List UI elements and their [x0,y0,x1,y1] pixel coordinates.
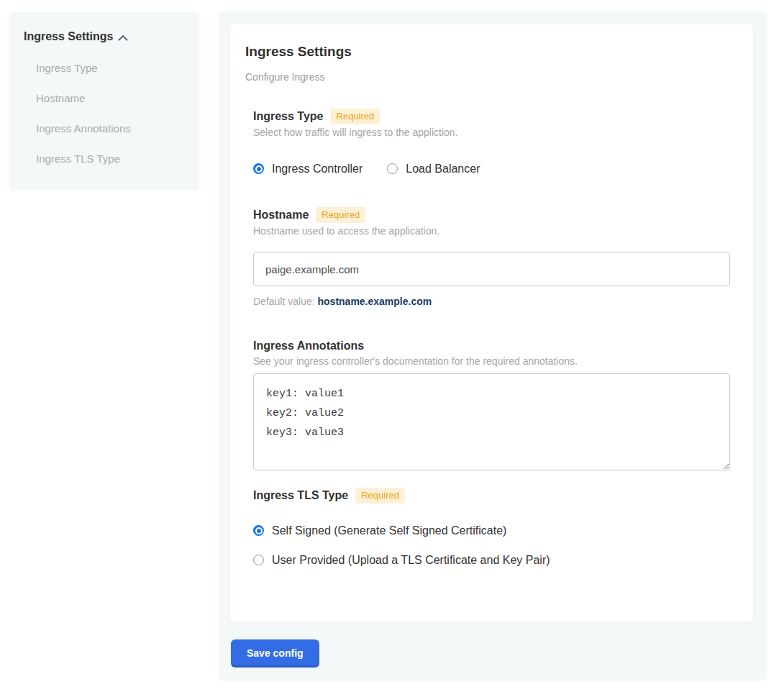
default-value-text: hostname.example.com [318,296,432,307]
radio-unselected-icon[interactable] [387,163,398,174]
field-label: Ingress Type [253,109,324,124]
default-value-line: Default value: hostname.example.com [253,296,730,307]
field-help-text: Select how traffic will ingress to the a… [253,126,730,139]
field-label: Ingress Annotations [253,339,364,353]
field-hostname: Hostname Required Hostname used to acces… [253,207,730,307]
sidebar-nav: Ingress Type Hostname Ingress Annotation… [36,62,185,165]
radio-option-self-signed[interactable]: Self Signed (Generate Self Signed Certif… [253,524,730,537]
field-label: Ingress TLS Type [253,488,348,503]
sidebar-item-hostname[interactable]: Hostname [36,92,185,105]
field-ingress-tls-type: Ingress TLS Type Required Self Signed (G… [253,488,730,567]
save-config-button[interactable]: Save config [231,639,319,668]
radio-selected-icon[interactable] [253,163,264,174]
field-ingress-annotations: Ingress Annotations See your ingress con… [253,339,730,470]
radio-option-ingress-controller[interactable]: Ingress Controller [253,162,363,176]
field-help-text: Hostname used to access the application. [253,224,730,237]
sidebar-item-ingress-type[interactable]: Ingress Type [36,62,185,75]
radio-unselected-icon[interactable] [253,555,264,565]
sidebar-item-ingress-tls-type[interactable]: Ingress TLS Type [36,152,185,165]
ingress-annotations-textarea[interactable] [253,373,730,470]
radio-option-user-provided[interactable]: User Provided (Upload a TLS Certificate … [253,553,730,567]
page-subtitle: Configure Ingress [245,71,738,83]
page-title: Ingress Settings [245,44,738,60]
radio-option-label: Self Signed (Generate Self Signed Certif… [272,524,506,537]
ingress-type-radio-group: Ingress Controller Load Balancer [253,162,730,176]
required-badge: Required [331,109,380,124]
radio-option-label: Ingress Controller [272,162,363,176]
field-ingress-type: Ingress Type Required Select how traffic… [253,109,730,176]
radio-option-label: Load Balancer [406,162,480,176]
required-badge: Required [355,488,405,504]
config-nav-sidebar: Ingress Settings Ingress Type Hostname I… [9,12,199,191]
radio-option-load-balancer[interactable]: Load Balancer [387,162,480,176]
sidebar-item-ingress-annotations[interactable]: Ingress Annotations [36,122,185,135]
sidebar-group-title: Ingress Settings [24,30,113,43]
required-badge: Required [316,207,365,223]
field-help-text: See your ingress controller's documentat… [253,355,730,368]
radio-selected-icon[interactable] [253,525,264,536]
config-panel: Ingress Settings Configure Ingress Ingre… [218,12,767,681]
fields-container: Ingress Type Required Select how traffic… [253,109,730,567]
chevron-up-icon[interactable] [118,31,128,44]
sidebar-group-ingress-settings[interactable]: Ingress Settings [24,29,185,44]
default-value-prefix: Default value: [253,296,318,307]
ingress-settings-card: Ingress Settings Configure Ingress Ingre… [230,24,753,622]
hostname-input[interactable] [253,252,730,286]
field-label: Hostname [253,208,309,222]
radio-option-label: User Provided (Upload a TLS Certificate … [272,553,550,567]
